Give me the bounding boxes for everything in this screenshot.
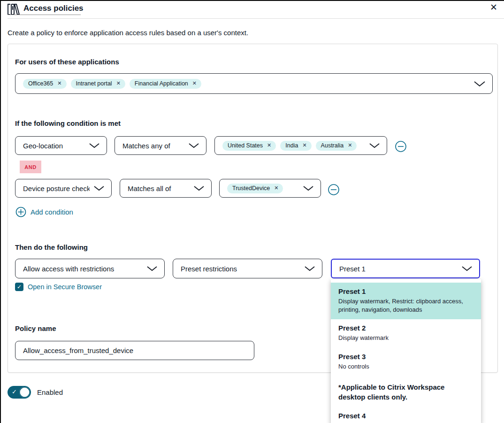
value-chip-label: India bbox=[285, 142, 298, 149]
secure-browser-checkbox[interactable]: ✓ Open in Secure Browser bbox=[15, 283, 102, 291]
menu-item-preset-1[interactable]: Preset 1 Display watermark, Restrict: cl… bbox=[331, 283, 481, 319]
menu-item-preset-3[interactable]: Preset 3 No controls bbox=[331, 348, 481, 377]
action-select[interactable]: Allow access with restrictions bbox=[15, 259, 165, 278]
menu-item-preset-2[interactable]: Preset 2 Display watermark bbox=[331, 319, 481, 348]
toggle-knob bbox=[19, 387, 30, 398]
preset-select[interactable]: Preset 1 bbox=[331, 259, 480, 278]
app-chip-label: Intranet portal bbox=[76, 80, 112, 87]
condition-operator-value: Matches any of bbox=[122, 142, 184, 150]
chevron-down-icon bbox=[93, 185, 105, 191]
policy-name-label: Policy name bbox=[15, 324, 56, 332]
checkmark-icon: ✓ bbox=[12, 388, 17, 395]
action-label: Then do the following bbox=[15, 243, 88, 251]
chevron-down-icon bbox=[369, 143, 380, 148]
condition-label: If the following condition is met bbox=[15, 119, 121, 127]
policy-name-input[interactable] bbox=[15, 341, 254, 360]
condition-values-multiselect[interactable]: TrustedDevice✕ bbox=[219, 179, 321, 198]
condition-values-multiselect[interactable]: United States✕ India✕ Australia✕ bbox=[214, 136, 387, 155]
value-chip-label: United States bbox=[228, 142, 263, 149]
menu-item-title: Preset 2 bbox=[338, 324, 473, 332]
value-chip: United States✕ bbox=[222, 141, 276, 151]
value-chip: Australia✕ bbox=[316, 141, 357, 151]
restrictions-select-value: Preset restrictions bbox=[181, 265, 300, 273]
chevron-down-icon bbox=[461, 266, 473, 271]
condition-type-select[interactable]: Geo-location bbox=[15, 136, 107, 155]
chevron-down-icon bbox=[473, 81, 486, 87]
condition-operator-select[interactable]: Matches all of bbox=[120, 179, 212, 198]
menu-item-title: Preset 4 bbox=[338, 412, 473, 420]
remove-chip-icon[interactable]: ✕ bbox=[348, 142, 352, 148]
title-underline bbox=[8, 15, 81, 15]
remove-condition-button[interactable] bbox=[328, 184, 340, 196]
condition-joiner-badge: AND bbox=[20, 161, 41, 173]
preset-dropdown-menu: Preset 1 Display watermark, Restrict: cl… bbox=[331, 279, 481, 423]
header-divider bbox=[8, 18, 504, 19]
menu-item-desc: Display watermark bbox=[338, 334, 473, 342]
preset-select-value: Preset 1 bbox=[339, 265, 458, 273]
remove-chip-icon[interactable]: ✕ bbox=[267, 142, 271, 148]
applications-multiselect[interactable]: Office365✕ Intranet portal✕ Financial Ap… bbox=[15, 73, 493, 94]
chevron-down-icon bbox=[146, 266, 158, 271]
menu-item-desc: No controls bbox=[338, 362, 473, 371]
menu-item-title: Preset 1 bbox=[338, 287, 473, 295]
remove-chip-icon[interactable]: ✕ bbox=[274, 185, 278, 191]
applications-label: For users of these applications bbox=[15, 58, 119, 66]
chevron-down-icon bbox=[188, 143, 199, 148]
value-chip-label: Australia bbox=[321, 142, 344, 149]
add-condition-label: Add condition bbox=[31, 208, 73, 216]
app-chip-label: Financial Application bbox=[135, 80, 188, 87]
chevron-down-icon bbox=[303, 185, 314, 191]
enabled-toggle-row: ✓ Enabled bbox=[8, 386, 63, 399]
policy-icon bbox=[7, 3, 20, 15]
menu-item-desc: Display watermark, Restrict: clipboard a… bbox=[338, 297, 473, 314]
enabled-label: Enabled bbox=[37, 388, 63, 396]
checkbox-checked-icon[interactable]: ✓ bbox=[15, 283, 23, 291]
app-chip: Financial Application✕ bbox=[130, 79, 201, 89]
condition-operator-select[interactable]: Matches any of bbox=[115, 136, 206, 155]
enabled-toggle[interactable]: ✓ bbox=[8, 386, 31, 399]
condition-type-value: Device posture check bbox=[23, 185, 90, 192]
condition-type-value: Geo-location bbox=[23, 142, 85, 150]
add-condition-button[interactable]: Add condition bbox=[15, 207, 73, 217]
app-chip: Intranet portal✕ bbox=[71, 79, 125, 89]
app-chip-label: Office365 bbox=[28, 80, 53, 87]
action-select-value: Allow access with restrictions bbox=[23, 265, 143, 273]
page-title: Access policies bbox=[23, 4, 84, 13]
remove-chip-icon[interactable]: ✕ bbox=[192, 80, 197, 86]
menu-item-preset-4[interactable]: Preset 4 Display watermark, Restrict: cl… bbox=[331, 407, 481, 423]
remove-condition-button[interactable] bbox=[395, 140, 407, 153]
intro-text: Create a policy to enforce application a… bbox=[8, 29, 248, 37]
condition-operator-value: Matches all of bbox=[128, 185, 190, 192]
chevron-down-icon bbox=[304, 266, 315, 271]
menu-item-title: Preset 3 bbox=[338, 353, 473, 361]
access-policies-dialog: Access policies ✕ Create a policy to enf… bbox=[0, 0, 504, 423]
value-chip: India✕ bbox=[280, 141, 311, 151]
remove-chip-icon[interactable]: ✕ bbox=[57, 80, 61, 86]
value-chip: TrustedDevice✕ bbox=[227, 184, 283, 193]
remove-chip-icon[interactable]: ✕ bbox=[116, 80, 121, 86]
condition-type-select[interactable]: Device posture check bbox=[15, 179, 112, 198]
value-chip-label: TrustedDevice bbox=[232, 185, 270, 192]
remove-chip-icon[interactable]: ✕ bbox=[302, 142, 306, 148]
plus-circle-icon bbox=[15, 207, 26, 217]
app-chip: Office365✕ bbox=[23, 79, 67, 89]
restrictions-select[interactable]: Preset restrictions bbox=[173, 259, 322, 278]
chevron-down-icon bbox=[89, 143, 100, 148]
chevron-down-icon bbox=[193, 185, 205, 191]
secure-browser-label: Open in Secure Browser bbox=[28, 283, 102, 291]
close-icon[interactable]: ✕ bbox=[490, 2, 497, 13]
menu-note: *Applicable to Citrix Workspace desktop … bbox=[331, 376, 481, 407]
